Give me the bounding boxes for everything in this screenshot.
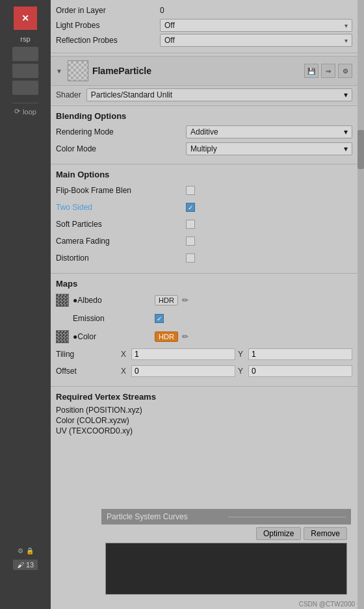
light-probes-dropdown[interactable]: Off ▾ xyxy=(160,19,352,32)
color-mode-value: Multiply xyxy=(190,144,217,153)
soft-particles-checkbox[interactable] xyxy=(186,220,195,229)
scrollbar[interactable] xyxy=(358,0,364,609)
distortion-row: Distortion xyxy=(56,251,352,265)
flipbook-row: Flip-Book Frame Blen xyxy=(56,183,352,198)
sidebar-badge: 🖌 13 xyxy=(13,560,38,570)
scrollbar-thumb[interactable] xyxy=(358,130,364,169)
reflection-probes-dropdown[interactable]: Off ▾ xyxy=(160,34,352,47)
soft-particles-label: Soft Particles xyxy=(56,220,186,229)
vertex-streams-section: Required Vertex Streams Position (POSITI… xyxy=(51,388,358,442)
color-hdr-button[interactable]: HDR xyxy=(155,331,178,342)
flipbook-label: Flip-Book Frame Blen xyxy=(56,186,186,195)
camera-fading-row: Camera Fading xyxy=(56,234,352,248)
sidebar-panel-2[interactable] xyxy=(12,64,38,78)
rendering-mode-value: Additive xyxy=(190,127,218,136)
main-options-section: Main Options Flip-Book Frame Blen Two Si… xyxy=(51,166,358,272)
loop-icon: ⟳ xyxy=(14,107,20,116)
shader-label: Shader xyxy=(56,90,81,99)
reflection-probes-value: Off xyxy=(164,36,175,45)
shader-dropdown[interactable]: Particles/Standard Unlit ▾ xyxy=(86,88,352,101)
emission-row: Emission ✓ xyxy=(56,311,352,326)
material-name: FlameParticle xyxy=(92,66,300,76)
vertex-item-2: UV (TEXCOORD0.xy) xyxy=(56,426,352,435)
distortion-checkbox[interactable] xyxy=(186,253,195,263)
optimize-button[interactable]: Optimize xyxy=(256,527,301,540)
sidebar-lock-icon: 🔒 xyxy=(26,547,34,554)
remove-button[interactable]: Remove xyxy=(304,527,347,540)
offset-y-label: Y xyxy=(238,367,246,376)
sidebar-gear-icon: ⚙ xyxy=(18,547,23,554)
watermark: CSDN @CTW2000 xyxy=(299,601,355,608)
tiling-x-label: X xyxy=(121,350,129,359)
brush-icon: 🖌 xyxy=(17,561,24,569)
curves-bar[interactable]: Particle System Curves xyxy=(101,509,351,525)
two-sided-label[interactable]: Two Sided xyxy=(56,203,186,212)
material-thumbnail xyxy=(68,60,88,81)
reflection-probes-label: Reflection Probes xyxy=(56,36,160,45)
save-icon: 💾 xyxy=(307,68,315,75)
soft-particles-row: Soft Particles xyxy=(56,217,352,231)
main-content: Order in Layer 0 Light Probes Off ▾ Refl… xyxy=(51,0,358,609)
light-probes-value: Off xyxy=(164,21,175,30)
albedo-label: ●Albedo xyxy=(73,296,151,305)
rendering-mode-label: Rendering Mode xyxy=(56,127,186,136)
tiling-coords: X Y xyxy=(121,348,352,360)
vertex-item-1: Color (COLOR.xyzw) xyxy=(56,416,352,425)
loop-text: loop xyxy=(23,108,36,116)
expand-arrow-icon[interactable]: ▼ xyxy=(56,68,62,75)
top-properties: Order in Layer 0 Light Probes Off ▾ Refl… xyxy=(51,0,358,53)
order-in-layer-value: 0 xyxy=(160,6,352,15)
color-hdr-label: HDR xyxy=(159,333,174,341)
settings-button[interactable]: ⚙ xyxy=(338,64,352,78)
sidebar-panel-1[interactable] xyxy=(12,47,38,61)
tiling-row: Tiling X Y xyxy=(56,347,352,361)
chevron-down-icon-4: ▾ xyxy=(344,127,348,136)
vertex-streams-title: Required Vertex Streams xyxy=(56,392,352,402)
select-button[interactable]: ⇒ xyxy=(321,64,335,78)
chevron-down-icon-5: ▾ xyxy=(344,144,348,153)
offset-label: Offset xyxy=(56,367,121,376)
close-button[interactable]: ✕ xyxy=(14,6,37,30)
offset-y-input[interactable] xyxy=(248,365,352,377)
color-eyedropper-icon[interactable]: ✏ xyxy=(182,332,188,341)
maps-title: Maps xyxy=(56,279,352,289)
shader-row: Shader Particles/Standard Unlit ▾ xyxy=(51,86,358,104)
rendering-mode-row: Rendering Mode Additive ▾ xyxy=(56,125,352,139)
hdr-label: HDR xyxy=(159,296,174,304)
tiling-x-input[interactable] xyxy=(131,348,235,360)
color-mode-row: Color Mode Multiply ▾ xyxy=(56,142,352,156)
gear-icon: ⚙ xyxy=(343,68,348,75)
curves-bar-line xyxy=(228,517,346,517)
albedo-hdr-button[interactable]: HDR xyxy=(155,295,178,305)
material-header: ▼ FlameParticle 💾 ⇒ ⚙ xyxy=(51,56,358,86)
light-probes-row: Light Probes Off ▾ xyxy=(56,19,352,32)
color-label: ●Color xyxy=(73,332,151,341)
offset-x-label: X xyxy=(121,367,129,376)
albedo-thumbnail xyxy=(56,294,69,307)
left-sidebar: ✕ rsp ⟳ loop ⚙ 🔒 🖌 13 xyxy=(0,0,51,609)
offset-x-input[interactable] xyxy=(131,365,235,377)
two-sided-checkbox[interactable]: ✓ xyxy=(186,203,195,212)
curves-toolbar: Optimize Remove xyxy=(101,525,351,543)
emission-checkbox[interactable]: ✓ xyxy=(155,314,164,323)
select-icon: ⇒ xyxy=(326,68,331,75)
sidebar-loop-label: ⟳ loop xyxy=(14,107,36,116)
sidebar-rsp-label: rsp xyxy=(20,35,30,43)
rendering-mode-dropdown[interactable]: Additive ▾ xyxy=(186,125,352,138)
two-sided-row: Two Sided ✓ xyxy=(56,200,352,214)
flipbook-checkbox[interactable] xyxy=(186,186,195,195)
blending-options-title: Blending Options xyxy=(56,111,352,121)
reflection-probes-row: Reflection Probes Off ▾ xyxy=(56,34,352,47)
camera-fading-checkbox[interactable] xyxy=(186,237,195,246)
save-to-asset-button[interactable]: 💾 xyxy=(304,64,318,78)
maps-section: Maps ●Albedo HDR ✏ Emission ✓ ●Color HDR… xyxy=(51,275,358,385)
color-mode-dropdown[interactable]: Multiply ▾ xyxy=(186,142,352,155)
emission-label: Emission xyxy=(73,314,151,323)
tiling-y-input[interactable] xyxy=(248,348,352,360)
sidebar-panel-3[interactable] xyxy=(12,81,38,95)
chevron-down-icon-3: ▾ xyxy=(344,90,348,99)
color-mode-label: Color Mode xyxy=(56,144,186,153)
curves-bar-title: Particle System Curves xyxy=(107,512,224,521)
albedo-row: ●Albedo HDR ✏ xyxy=(56,292,352,308)
albedo-eyedropper-icon[interactable]: ✏ xyxy=(182,296,188,305)
